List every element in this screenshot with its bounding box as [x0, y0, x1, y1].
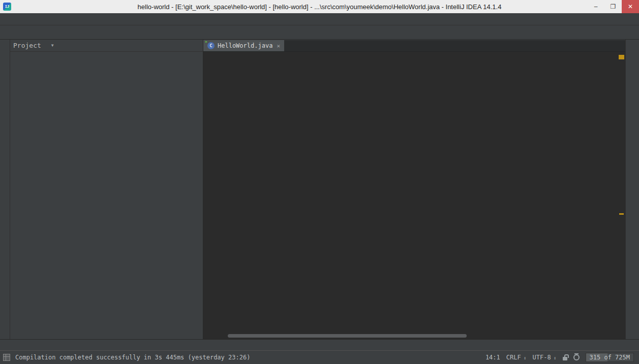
title-bar: IJ hello-world - [E:\git_work_space\hell… — [0, 0, 639, 13]
window-title: hello-world - [E:\git_work_space\hello-w… — [0, 3, 639, 11]
tab-close-icon[interactable]: ✕ — [277, 43, 280, 49]
intellij-window: IJ hello-world - [E:\git_work_space\hell… — [0, 0, 639, 364]
tab-bar-empty-space — [284, 40, 625, 51]
tool-window-switcher-icon[interactable] — [3, 354, 10, 361]
bottom-tool-window-bar — [0, 339, 639, 350]
warnings-indicator-icon[interactable] — [619, 55, 624, 59]
project-view-dropdown-icon[interactable]: ▼ — [51, 43, 54, 48]
right-tool-window-stripe — [625, 40, 639, 339]
java-class-icon: C — [207, 42, 215, 49]
project-tree — [10, 52, 203, 339]
error-stripe[interactable] — [618, 52, 625, 339]
caret-position-widget[interactable]: 14:1 — [485, 354, 500, 361]
main-toolbar — [0, 25, 639, 40]
status-bar: Compilation completed successfully in 3s… — [0, 350, 639, 364]
memory-indicator[interactable]: 315 of 725M — [586, 353, 634, 362]
line-ending-widget[interactable]: CRLF ↕ — [506, 354, 527, 361]
lock-icon[interactable] — [563, 357, 567, 360]
editor-tab-bar: C HelloWorld.java ✕ — [203, 40, 625, 52]
editor-tab-label: HelloWorld.java — [218, 42, 272, 49]
project-panel-title: Project — [13, 42, 41, 49]
highlighting-level-icon[interactable] — [573, 354, 580, 360]
menu-bar — [0, 13, 639, 25]
status-message: Compilation completed successfully in 3s… — [15, 354, 250, 361]
minimize-button[interactable]: – — [587, 0, 604, 13]
editor-area: C HelloWorld.java ✕ — [203, 40, 625, 339]
encoding-widget[interactable]: UTF-8 ↕ — [533, 354, 557, 361]
status-bar-widgets: 14:1 CRLF ↕ UTF-8 ↕ 315 of 725M — [485, 353, 634, 362]
project-tool-window: Project ▼ — [10, 40, 203, 339]
main-area: Project ▼ C HelloWorld.java ✕ — [0, 40, 639, 339]
code-editor[interactable] — [203, 52, 625, 339]
window-controls: – ❐ ✕ — [587, 0, 639, 13]
close-button[interactable]: ✕ — [622, 0, 639, 13]
highlight-mark[interactable] — [619, 213, 624, 215]
app-logo-icon: IJ — [3, 3, 11, 11]
code-lines — [203, 53, 618, 333]
horizontal-scrollbar[interactable] — [228, 334, 467, 338]
project-panel-header: Project ▼ — [10, 40, 203, 52]
left-tool-window-stripe — [0, 40, 10, 339]
maximize-button[interactable]: ❐ — [604, 0, 622, 13]
editor-tab-helloworld[interactable]: C HelloWorld.java ✕ — [203, 40, 284, 51]
